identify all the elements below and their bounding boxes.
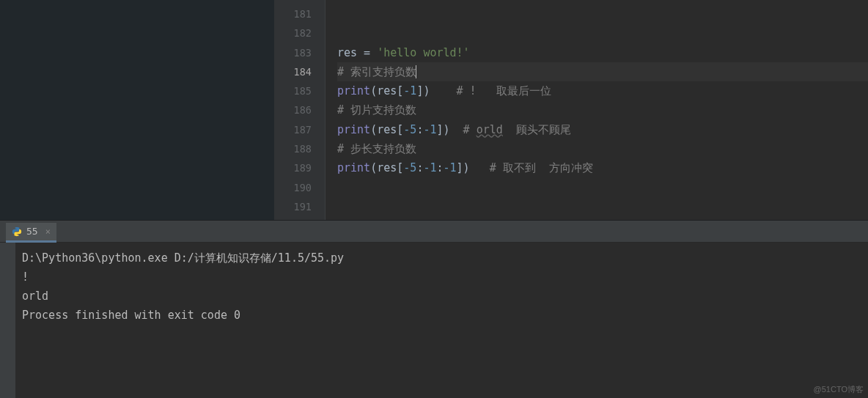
code-line[interactable]: # 步长支持负数 [337, 139, 868, 158]
editor-area: 181 182 183 184 185 186 187 188 189 190 … [0, 0, 868, 220]
run-tab-55[interactable]: 55 × [6, 223, 56, 240]
close-icon[interactable]: × [45, 226, 51, 237]
run-tab-label: 55 [26, 226, 38, 237]
code-line[interactable] [337, 178, 868, 197]
watermark: @51CTO博客 [814, 384, 864, 395]
code-line[interactable]: res = 'hello world!' [337, 43, 868, 62]
console-line: Process finished with exit code 0 [22, 306, 862, 325]
line-number[interactable]: 185 [274, 81, 312, 100]
code-line[interactable]: print(res[-1]) # ! 取最后一位 [337, 81, 868, 100]
console-line: D:\Python36\python.exe D:/计算机知识存储/11.5/5… [22, 248, 862, 268]
code-line[interactable]: print(res[-5:-1:-1]) # 取不到 方向冲突 [337, 158, 868, 177]
run-tool-window: 55 × D:\Python36\python.exe D:/计算机知识存储/1… [0, 220, 868, 398]
code-line[interactable]: print(res[-5:-1]) # orld 顾头不顾尾 [337, 120, 868, 139]
line-number[interactable]: 189 [274, 158, 312, 177]
run-toolbar-strip[interactable] [0, 243, 16, 398]
line-number[interactable]: 190 [274, 178, 312, 197]
code-line-active[interactable]: # 索引支持负数 [337, 62, 868, 81]
line-number[interactable]: 181 [274, 4, 312, 23]
line-number-gutter[interactable]: 181 182 183 184 185 186 187 188 189 190 … [274, 0, 326, 220]
run-tab-bar[interactable]: 55 × [0, 221, 868, 243]
line-number[interactable]: 183 [274, 43, 312, 62]
line-number[interactable]: 187 [274, 120, 312, 139]
line-number[interactable]: 188 [274, 139, 312, 158]
python-icon [12, 226, 22, 237]
code-line[interactable] [337, 197, 868, 216]
text-cursor [416, 65, 416, 78]
line-number-active[interactable]: 184 [274, 62, 312, 81]
console-line: orld [22, 287, 862, 306]
code-line[interactable] [337, 23, 868, 43]
console-line: ! [22, 268, 862, 287]
terminal-body: D:\Python36\python.exe D:/计算机知识存储/11.5/5… [0, 243, 868, 398]
line-number[interactable]: 191 [274, 197, 312, 216]
console-output[interactable]: D:\Python36\python.exe D:/计算机知识存储/11.5/5… [16, 243, 868, 398]
line-number[interactable]: 182 [274, 23, 312, 43]
code-line[interactable]: # 切片支持负数 [337, 100, 868, 119]
code-line[interactable] [337, 4, 868, 23]
line-number[interactable]: 186 [274, 100, 312, 119]
project-sidebar[interactable] [0, 0, 274, 220]
code-editor[interactable]: res = 'hello world!' # 索引支持负数 print(res[… [326, 0, 868, 220]
